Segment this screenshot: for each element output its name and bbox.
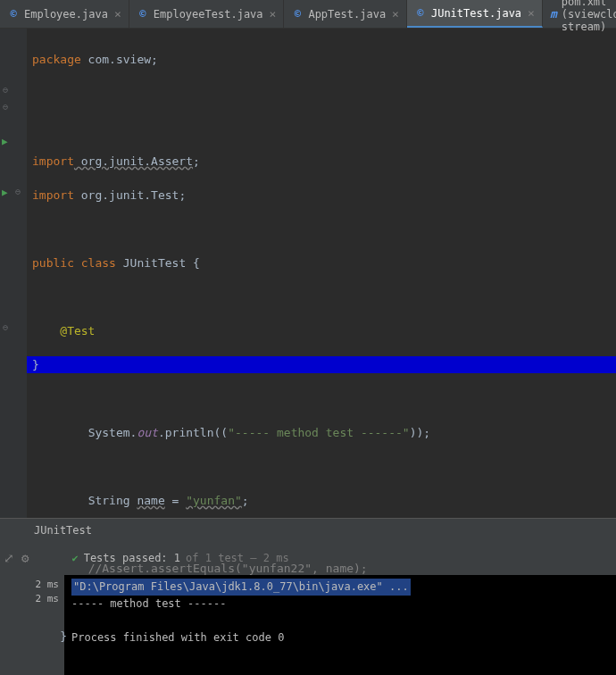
code-token: public: [32, 256, 74, 270]
code-token: class: [74, 256, 116, 270]
maven-icon: m: [550, 8, 557, 21]
close-icon[interactable]: ×: [114, 7, 121, 21]
close-icon[interactable]: ×: [528, 6, 535, 20]
code-editor[interactable]: ⊖ ⊖ ▶ ▶ ⊖ ⊖ package com.sview; import or…: [0, 29, 616, 518]
close-icon[interactable]: ×: [392, 7, 399, 21]
code-token: }: [60, 629, 67, 643]
java-icon: ©: [291, 8, 304, 21]
code-token: out: [137, 426, 157, 439]
code-token: JUnitTest: [116, 256, 193, 270]
code-token: "----- method test ------": [228, 426, 410, 439]
code-token: name: [137, 494, 164, 507]
code-token: ;: [151, 53, 158, 66]
cursor-line: }: [27, 356, 616, 373]
code-token: .println((: [158, 426, 228, 439]
code-token: package: [32, 53, 81, 66]
editor-tabs: © Employee.java × © EmployeeTest.java × …: [0, 0, 616, 29]
fold-icon[interactable]: ⊖: [3, 102, 15, 114]
code-token: System.: [88, 426, 137, 439]
java-icon: ©: [137, 8, 149, 21]
editor-gutter: ⊖ ⊖ ▶ ▶ ⊖ ⊖: [0, 29, 27, 518]
code-token: import: [32, 154, 74, 168]
code-token: ;: [179, 188, 186, 202]
code-token: //Assert.assertEquals("yunfan22", name);: [88, 562, 368, 575]
fold-icon[interactable]: ⊖: [15, 187, 28, 199]
close-icon[interactable]: ×: [270, 7, 277, 21]
tab-junittest[interactable]: © JUnitTest.java ×: [407, 0, 543, 28]
run-icon[interactable]: ▶: [2, 136, 14, 148]
code-token: com.sview: [81, 53, 151, 66]
tab-apptest[interactable]: © AppTest.java ×: [284, 0, 407, 28]
java-icon: ©: [7, 8, 20, 21]
fold-icon[interactable]: ⊖: [3, 85, 15, 97]
tab-pom[interactable]: m pom.xml (sviewcloud-stream) ×: [543, 0, 616, 28]
code-token: {: [193, 256, 200, 270]
code-token: @Test: [60, 324, 95, 338]
code-token: =: [165, 494, 186, 507]
code-token: ));: [410, 426, 430, 439]
code-token: import: [32, 188, 74, 202]
code-token: ;: [242, 494, 249, 507]
tab-label: AppTest.java: [308, 8, 386, 21]
code-token: org.junit.Test: [74, 188, 179, 202]
tab-employee[interactable]: © Employee.java ×: [0, 0, 129, 28]
fold-icon[interactable]: ⊖: [3, 322, 15, 335]
code-content[interactable]: package com.sview; import org.junit.Asse…: [27, 29, 616, 518]
java-icon: ©: [414, 7, 427, 20]
code-token: ;: [193, 154, 200, 168]
tab-label: Employee.java: [24, 8, 108, 21]
tab-label: JUnitTest.java: [431, 7, 521, 20]
gear-icon[interactable]: ⚙: [21, 551, 29, 565]
code-token: "yunfan": [186, 494, 242, 507]
code-token: String: [88, 494, 137, 507]
tab-employeetest[interactable]: © EmployeeTest.java ×: [129, 0, 285, 28]
code-token: }: [27, 358, 39, 371]
expand-icon[interactable]: ⤢: [4, 551, 14, 565]
run-icon[interactable]: ▶: [2, 187, 14, 199]
code-token: org.junit.Assert: [74, 154, 193, 168]
tab-label: EmployeeTest.java: [154, 8, 263, 21]
